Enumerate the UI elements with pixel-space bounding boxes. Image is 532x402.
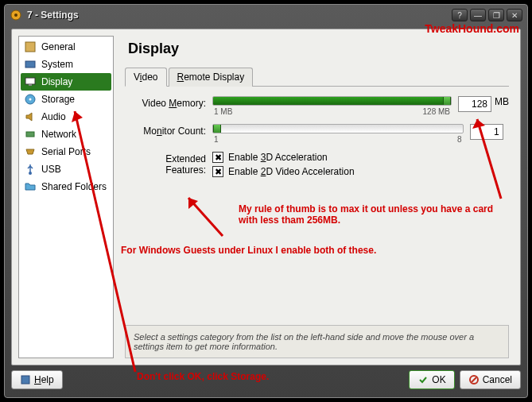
svg-marker-10	[26, 149, 34, 154]
network-icon	[24, 128, 37, 141]
svg-point-1	[14, 14, 17, 17]
tab-video[interactable]: Video	[125, 68, 167, 87]
video-memory-input[interactable]	[458, 96, 491, 112]
sidebar-item-label: Network	[41, 129, 76, 140]
window-title: 7 - Settings	[27, 10, 449, 21]
svg-rect-12	[21, 376, 29, 384]
svg-rect-5	[29, 84, 32, 86]
sidebar-item-usb[interactable]: USB	[21, 160, 111, 178]
sidebar-item-storage[interactable]: Storage	[21, 91, 111, 108]
sidebar-item-label: System	[41, 59, 73, 70]
check-icon	[417, 374, 429, 385]
sidebar-item-general[interactable]: General	[21, 38, 111, 56]
monitor-count-slider[interactable]	[212, 124, 464, 133]
svg-rect-2	[25, 42, 35, 52]
info-box: Select a settings category from the list…	[125, 325, 509, 358]
sidebar-item-label: Display	[41, 76, 72, 87]
sidebar-item-audio[interactable]: Audio	[21, 108, 111, 126]
storage-icon	[24, 93, 37, 106]
cancel-icon	[468, 374, 480, 385]
sidebar-item-label: Storage	[41, 94, 75, 105]
usb-icon	[24, 163, 37, 176]
audio-icon	[24, 110, 37, 123]
main-panel: Display Video Remote Display Video Memor…	[120, 29, 520, 365]
enable-2d-label: Enable 2D Video Acceleration	[228, 166, 355, 177]
svg-line-14	[472, 377, 476, 382]
svg-point-7	[29, 99, 32, 101]
tab-remote-display[interactable]: Remote Display	[169, 68, 254, 87]
svg-rect-4	[25, 78, 35, 84]
enable-3d-checkbox[interactable]: ✖	[212, 152, 223, 163]
help-button[interactable]: Help	[11, 370, 63, 389]
slider-max: 128 MB	[423, 107, 450, 116]
sidebar-item-network[interactable]: Network	[21, 126, 111, 143]
monitor-count-row: Monitor Count: 18	[125, 124, 509, 144]
enable-3d-label: Enable 3D Acceleration	[228, 152, 328, 163]
sidebar-item-display[interactable]: Display	[21, 73, 111, 91]
footer: Help OK Cancel	[11, 369, 521, 391]
restore-button[interactable]: ❐	[488, 9, 504, 21]
help-window-button[interactable]: ?	[452, 9, 468, 21]
enable-2d-checkbox[interactable]: ✖	[212, 166, 223, 177]
slider-min: 1 MB	[214, 107, 232, 116]
system-icon	[24, 58, 37, 71]
sidebar-item-shared[interactable]: Shared Folders	[21, 178, 111, 195]
sidebar-item-label: Serial Ports	[41, 146, 91, 157]
minimize-button[interactable]: —	[470, 9, 486, 21]
sidebar-item-label: Shared Folders	[41, 181, 107, 192]
book-icon	[20, 374, 31, 385]
sidebar: General System Display Storage Audio Net…	[18, 36, 114, 358]
sidebar-item-label: General	[41, 41, 76, 52]
extended-features-row: Extended Features: ✖Enable 3D Accelerati…	[125, 152, 509, 180]
serial-icon	[24, 145, 37, 158]
video-memory-row: Video Memory: 1 MB128 MB MB	[125, 96, 509, 116]
svg-rect-3	[25, 61, 35, 68]
slider-max: 8	[457, 135, 462, 144]
general-icon	[24, 41, 37, 53]
display-icon	[24, 75, 37, 88]
close-button[interactable]: ✕	[507, 9, 522, 21]
titlebar[interactable]: 7 - Settings ? — ❐ ✕	[5, 5, 527, 25]
page-title: Display	[128, 41, 509, 57]
extended-features-label: Extended Features:	[125, 152, 212, 176]
video-memory-label: Video Memory:	[125, 96, 212, 109]
tabs: Video Remote Display	[125, 67, 509, 87]
svg-marker-8	[26, 113, 32, 121]
video-memory-unit: MB	[495, 96, 509, 107]
folder-icon	[24, 180, 37, 193]
sidebar-item-serial[interactable]: Serial Ports	[21, 143, 111, 160]
monitor-count-label: Monitor Count:	[125, 124, 212, 137]
settings-window: 7 - Settings ? — ❐ ✕ General System Disp…	[4, 4, 528, 398]
svg-point-11	[29, 172, 32, 175]
slider-min: 1	[214, 135, 219, 144]
gear-icon	[10, 9, 22, 21]
svg-rect-9	[26, 132, 34, 137]
sidebar-item-label: Audio	[41, 111, 66, 122]
content-area: General System Display Storage Audio Net…	[11, 29, 521, 365]
video-memory-slider[interactable]	[212, 96, 452, 106]
sidebar-item-label: USB	[41, 164, 61, 175]
ok-button[interactable]: OK	[409, 370, 454, 389]
cancel-button[interactable]: Cancel	[460, 370, 521, 389]
sidebar-item-system[interactable]: System	[21, 56, 111, 73]
monitor-count-input[interactable]	[470, 124, 503, 140]
